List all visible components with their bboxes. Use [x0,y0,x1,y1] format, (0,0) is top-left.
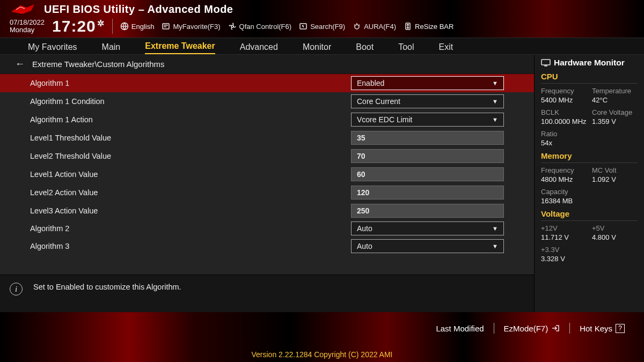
dropdown[interactable]: Auto▼ [351,239,504,253]
cpu-temp-value: 42°C [592,96,638,104]
volt-33-label: +3.3V [541,246,587,254]
setting-row[interactable]: Level3 Action Value250 [0,202,534,220]
question-icon: ? [616,324,625,333]
setting-label: Algorithm 1 Action [30,115,351,124]
tab-bar: My FavoritesMainExtreme TweakerAdvancedM… [0,38,644,55]
setting-label: Algorithm 2 [30,224,351,233]
tab-monitor[interactable]: Monitor [303,42,331,54]
text-input[interactable]: 120 [351,186,504,200]
gear-icon[interactable]: ✲ [97,18,105,28]
mem-section-title: Memory [541,150,638,163]
cpu-cv-value: 1.359 V [592,117,638,125]
tab-tool[interactable]: Tool [398,42,414,54]
setting-label: Algorithm 3 [30,242,351,250]
date-block: 07/18/2022 Monday [10,19,45,33]
svg-rect-1 [163,24,169,29]
dropdown[interactable]: Enabled▼ [351,76,504,90]
setting-value: Vcore EDC Limit [357,115,412,124]
setting-row[interactable]: Algorithm 1 ConditionCore Current▼ [0,92,534,110]
volt-5-label: +5V [592,224,638,232]
text-input[interactable]: 35 [351,131,504,145]
info-icon: i [10,283,23,295]
volt-33-value: 3.328 V [541,255,587,263]
setting-value: 120 [357,188,369,197]
chevron-down-icon: ▼ [492,98,498,105]
cpu-section-title: CPU [541,71,638,84]
tab-extreme-tweaker[interactable]: Extreme Tweaker [145,41,215,54]
tab-exit[interactable]: Exit [439,42,453,54]
tab-boot[interactable]: Boot [356,42,374,54]
version-text: Version 2.22.1284 Copyright (C) 2022 AMI [0,350,644,359]
fan-icon [228,22,237,31]
setting-row[interactable]: Level1 Threshold Value35 [0,129,534,147]
mem-cap-value: 16384 MB [541,197,587,205]
setting-label: Algorithm 1 [30,79,351,87]
setting-label: Level3 Action Value [30,206,351,215]
setting-label: Level1 Threshold Value [30,134,351,142]
text-input[interactable]: 70 [351,149,504,163]
setting-value: Enabled [357,79,384,87]
aura-button[interactable]: AURA(F4) [353,22,396,31]
volt-5-value: 4.800 V [592,233,638,241]
cpu-freq-label: Frequency [541,87,587,95]
setting-value: 70 [357,152,365,160]
clock: 17:20 ✲ [52,17,105,35]
volt-section-title: Voltage [541,208,638,221]
resize-icon [404,22,412,31]
breadcrumb-row: ← Extreme Tweaker\Custom Algorithms [0,55,534,74]
text-input[interactable]: 60 [351,167,504,181]
setting-label: Level1 Action Value [30,170,351,179]
hardware-monitor: Hardware Monitor CPU Frequency Temperatu… [534,55,644,312]
tab-advanced[interactable]: Advanced [240,42,278,54]
dropdown[interactable]: Auto▼ [351,221,504,235]
footer: Last Modified EzMode(F7) Hot Keys ? Vers… [0,312,644,362]
volt-12-label: +12V [541,224,587,232]
mem-mcv-label: MC Volt [592,166,638,174]
setting-row[interactable]: Level2 Action Value120 [0,183,534,202]
chevron-down-icon: ▼ [492,80,498,86]
setting-row[interactable]: Algorithm 1Enabled▼ [0,74,534,92]
setting-label: Level2 Action Value [30,188,351,197]
header: UEFI BIOS Utility – Advanced Mode 07/18/… [0,0,644,38]
monitor-icon [541,59,551,67]
myfavorite-button[interactable]: MyFavorite(F3) [162,22,220,31]
hotkeys-button[interactable]: Hot Keys ? [580,324,625,333]
dropdown[interactable]: Vcore EDC Limit▼ [351,113,504,127]
svg-point-4 [355,25,359,29]
mem-mcv-value: 1.092 V [592,175,638,183]
qfan-button[interactable]: Qfan Control(F6) [228,22,292,31]
setting-value: Auto [357,242,372,250]
mem-freq-value: 4800 MHz [541,175,587,183]
resizebar-button[interactable]: ReSize BAR [404,22,453,31]
search-box-icon [299,22,308,31]
setting-row[interactable]: Level1 Action Value60 [0,165,534,183]
cpu-bclk-value: 100.0000 MHz [541,117,587,125]
setting-row[interactable]: Algorithm 3Auto▼ [0,237,534,255]
language-button[interactable]: English [120,22,155,31]
setting-row[interactable]: Algorithm 2Auto▼ [0,220,534,237]
tab-main[interactable]: Main [102,42,121,54]
cpu-ratio-value: 54x [541,139,587,147]
hw-title: Hardware Monitor [554,58,625,68]
setting-label: Level2 Threshold Value [30,152,351,160]
setting-value: Core Current [357,97,400,106]
help-panel: i Set to Enabled to customize this Algor… [0,275,534,312]
back-arrow-icon[interactable]: ← [15,58,25,70]
setting-value: Auto [357,224,372,233]
chevron-down-icon: ▼ [492,225,498,232]
volt-12-value: 11.712 V [541,233,587,241]
cpu-ratio-label: Ratio [541,130,587,138]
setting-row[interactable]: Algorithm 1 ActionVcore EDC Limit▼ [0,110,534,129]
day: Monday [10,26,45,34]
text-input[interactable]: 250 [351,204,504,218]
tab-my-favorites[interactable]: My Favorites [28,42,77,54]
search-button[interactable]: Search(F9) [299,22,345,31]
last-modified-button[interactable]: Last Modified [436,324,484,333]
aura-icon [353,22,361,31]
ezmode-button[interactable]: EzMode(F7) [504,324,560,333]
exit-icon [551,324,560,332]
chevron-down-icon: ▼ [492,243,498,249]
setting-row[interactable]: Level2 Threshold Value70 [0,147,534,165]
dropdown[interactable]: Core Current▼ [351,94,504,108]
setting-label: Algorithm 1 Condition [30,97,351,106]
